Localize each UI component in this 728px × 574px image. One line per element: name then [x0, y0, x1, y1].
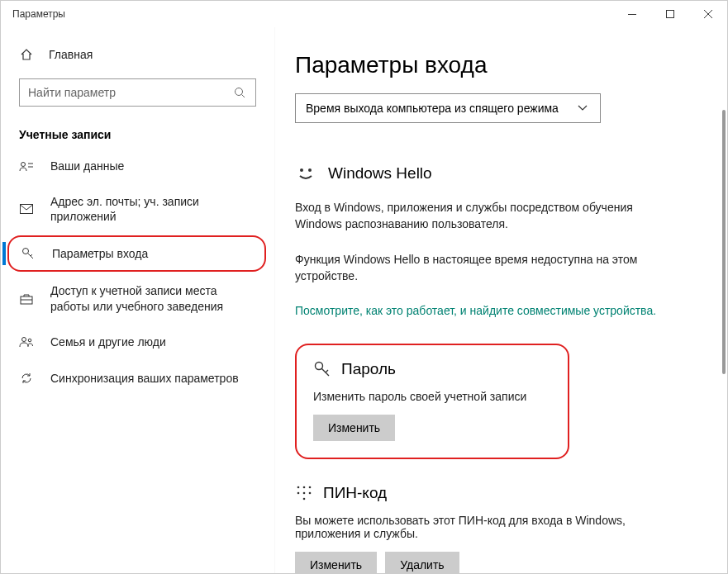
sleep-timeout-dropdown[interactable]: Время выхода компьютера из спящего режим… — [295, 93, 601, 123]
home-icon — [19, 47, 34, 62]
hello-link[interactable]: Посмотрите, как это работает, и найдите … — [295, 302, 667, 319]
mail-icon — [19, 202, 34, 216]
dropdown-value: Время выхода компьютера из спящего режим… — [306, 102, 559, 115]
svg-point-7 — [22, 337, 26, 341]
close-button[interactable] — [689, 1, 727, 27]
svg-point-12 — [297, 486, 300, 489]
sidebar-item-work-access[interactable]: Доступ к учетной записи места работы или… — [1, 273, 274, 323]
svg-point-8 — [28, 339, 31, 342]
main-panel: Параметры входа Время выхода компьютера … — [275, 27, 727, 573]
hello-title: Windows Hello — [328, 164, 432, 183]
hello-description: Вход в Windows, приложения и службы поср… — [295, 199, 667, 233]
nav-label: Ваши данные — [50, 159, 256, 173]
remove-pin-button[interactable]: Удалить — [385, 552, 459, 573]
svg-point-10 — [308, 168, 312, 172]
pin-description: Вы можете использовать этот ПИН-код для … — [295, 514, 659, 540]
svg-point-9 — [300, 168, 303, 172]
home-nav[interactable]: Главная — [1, 39, 274, 70]
svg-point-13 — [303, 486, 306, 489]
sidebar-section-header: Учетные записи — [1, 118, 274, 148]
page-title: Параметры входа — [295, 52, 694, 78]
nav-label: Параметры входа — [52, 246, 253, 261]
svg-point-5 — [23, 249, 29, 254]
svg-point-14 — [309, 486, 312, 489]
key-icon — [21, 246, 36, 261]
briefcase-icon — [19, 292, 34, 306]
nav-label: Доступ к учетной записи места работы или… — [50, 283, 256, 313]
windows-hello-header: Windows Hello — [295, 163, 694, 184]
password-title: Пароль — [341, 360, 396, 378]
svg-point-17 — [309, 492, 312, 495]
people-icon — [19, 334, 34, 349]
svg-point-16 — [303, 492, 306, 495]
hello-unavailable: Функция Windows Hello в настоящее время … — [295, 251, 667, 285]
titlebar: Параметры — [1, 1, 727, 27]
scrollbar[interactable] — [722, 110, 726, 374]
pin-section: ПИН-код Вы можете использовать этот ПИН-… — [295, 484, 694, 573]
search-placeholder: Найти параметр — [28, 86, 116, 99]
password-section: Пароль Изменить пароль своей учетной зап… — [295, 344, 569, 459]
svg-point-2 — [236, 88, 243, 96]
minimize-button[interactable] — [613, 1, 651, 27]
password-description: Изменить пароль своей учетной записи — [313, 390, 551, 403]
svg-rect-1 — [667, 11, 674, 18]
maximize-button[interactable] — [651, 1, 689, 27]
nav-label: Адрес эл. почты; уч. записи приложений — [50, 194, 256, 224]
change-pin-button[interactable]: Изменить — [295, 552, 377, 573]
key-icon — [313, 360, 331, 378]
sidebar-item-your-info[interactable]: Ваши данные — [1, 148, 274, 184]
chevron-down-icon — [575, 101, 590, 116]
search-icon — [232, 85, 247, 100]
search-input[interactable]: Найти параметр — [19, 78, 256, 107]
sync-icon — [19, 371, 34, 386]
svg-rect-0 — [628, 14, 636, 15]
nav-label: Семья и другие люди — [50, 334, 256, 349]
pin-title: ПИН-код — [323, 484, 387, 502]
window-controls — [613, 1, 727, 27]
svg-point-18 — [303, 498, 306, 500]
sidebar-item-signin-options[interactable]: Параметры входа — [7, 235, 266, 272]
sidebar-item-email-accounts[interactable]: Адрес эл. почты; уч. записи приложений — [1, 184, 274, 234]
svg-rect-4 — [21, 205, 33, 214]
sidebar: Главная Найти параметр Учетные записи Ва… — [1, 27, 275, 573]
window-title: Параметры — [12, 8, 65, 20]
home-label: Главная — [49, 48, 93, 61]
svg-point-3 — [21, 163, 26, 167]
pin-keypad-icon — [295, 484, 313, 502]
smile-icon — [295, 163, 316, 184]
svg-point-15 — [297, 492, 300, 495]
sidebar-item-family[interactable]: Семья и другие люди — [1, 324, 274, 360]
person-card-icon — [19, 159, 34, 173]
sidebar-item-sync[interactable]: Синхронизация ваших параметров — [1, 360, 274, 396]
nav-label: Синхронизация ваших параметров — [50, 371, 256, 386]
change-password-button[interactable]: Изменить — [313, 415, 395, 441]
